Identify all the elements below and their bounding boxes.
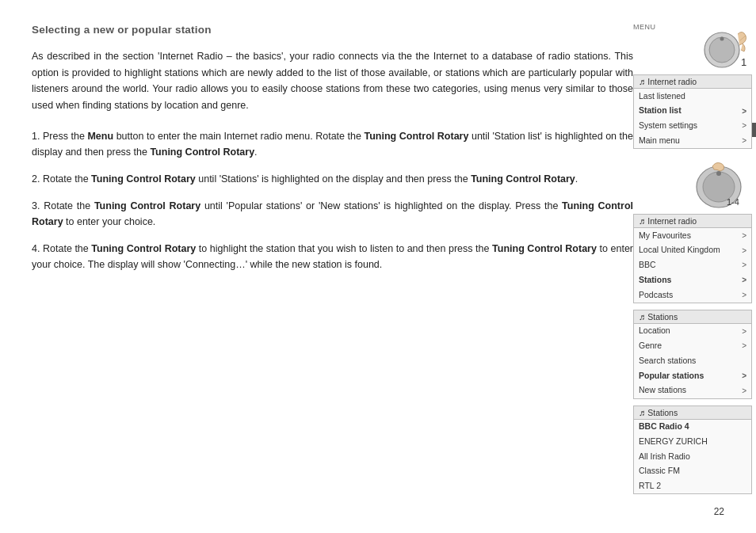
step-4: 4. Rotate the Tuning Control Rotary to h… xyxy=(32,241,633,272)
page-number: 22 xyxy=(714,506,724,517)
menu-box-2-item-3: Stations > xyxy=(634,272,751,287)
menu-box-1: ♬ Internet radio Last listened Station l… xyxy=(633,74,752,149)
menu-label-text: MENU xyxy=(633,20,656,32)
menu-box-2-header-text: Internet radio xyxy=(647,216,697,226)
menu-box-3-item-1: Genre > xyxy=(634,339,751,354)
step-3-bold1: Tuning Control Rotary xyxy=(94,200,200,211)
menu-box-3-item-4: New stations > xyxy=(634,383,751,398)
intro-text: As described in the section 'Internet Ra… xyxy=(32,48,633,114)
step-4-bold1: Tuning Control Rotary xyxy=(91,243,196,254)
step-4-number: 4. xyxy=(32,243,43,254)
menu-box-4-header: ♬ Stations xyxy=(634,406,751,420)
diagram1-container: 1 xyxy=(697,20,752,71)
step-1-bold2: Tuning Control Rotary xyxy=(365,131,469,142)
step-2-bold1: Tuning Control Rotary xyxy=(91,173,196,185)
content-area: Selecting a new or popular station As de… xyxy=(32,24,633,509)
menu-box-1-item-2: System settings > xyxy=(634,119,751,134)
svg-point-7 xyxy=(716,171,721,176)
step-1-bold1: Menu xyxy=(87,131,113,142)
step-3: 3. Rotate the Tuning Control Rotary unti… xyxy=(32,198,633,230)
step-1-bold3: Tuning Control Rotary xyxy=(150,147,254,158)
menu-box-1-icon: ♬ xyxy=(639,77,645,86)
menu-box-2-item-4: Podcasts > xyxy=(634,287,751,303)
menu-box-4-header-text: Stations xyxy=(647,408,678,417)
menu-box-4-item-3: Classic FM xyxy=(634,464,751,479)
step-1: 1. Press the Menu button to enter the ma… xyxy=(32,128,633,160)
right-column: MENU 1 xyxy=(633,20,752,501)
steps-list: 1. Press the Menu button to enter the ma… xyxy=(32,128,633,272)
step-2: 2. Rotate the Tuning Control Rotary unti… xyxy=(32,171,633,187)
menu-box-3-header-text: Stations xyxy=(647,312,678,322)
page-container: GB Selecting a new or popular station As… xyxy=(0,0,756,533)
menu-box-4-icon: ♬ xyxy=(639,408,645,417)
menu-box-3: ♬ Stations Location > Genre > Search sta… xyxy=(633,310,752,399)
diagram1-svg: 1 xyxy=(697,20,752,71)
menu-box-2: ♬ Internet radio My Favourites > Local U… xyxy=(633,214,752,303)
menu-box-2-item-1: Local United Kingdom > xyxy=(634,243,751,258)
menu-box-4-item-0: BBC Radio 4 xyxy=(634,420,751,435)
menu-box-3-icon: ♬ xyxy=(639,312,645,322)
menu-box-3-item-2: Search stations xyxy=(634,353,751,368)
menu-box-1-item-3: Main menu > xyxy=(634,133,751,148)
menu-box-1-header: ♬ Internet radio xyxy=(634,75,751,89)
section-title: Selecting a new or popular station xyxy=(32,24,633,36)
menu-box-4-item-2: All Irish Radio xyxy=(634,449,751,464)
menu-box-4-item-1: ENERGY ZURICH xyxy=(634,434,751,449)
svg-point-1 xyxy=(709,37,735,63)
menu-box-3-item-3: Popular stations > xyxy=(634,368,751,383)
step-1-number: 1. xyxy=(32,131,43,142)
diagram2-svg: 1-4 xyxy=(690,155,752,211)
step-4-bold2: Tuning Control Rotary xyxy=(492,243,597,254)
menu-box-4: ♬ Stations BBC Radio 4 ENERGY ZURICH All… xyxy=(633,405,752,495)
diagram2-container: 1-4 xyxy=(690,155,752,211)
step-3-number: 3. xyxy=(32,200,44,211)
menu-box-1-header-text: Internet radio xyxy=(647,77,697,86)
menu-box-3-header: ♬ Stations xyxy=(634,310,751,324)
svg-text:1: 1 xyxy=(741,56,746,68)
svg-point-2 xyxy=(720,37,724,41)
svg-text:1-4: 1-4 xyxy=(727,197,739,207)
step-2-number: 2. xyxy=(32,173,43,185)
diagram-upper-row: MENU 1 xyxy=(633,20,752,71)
menu-box-2-item-0: My Favourites > xyxy=(634,228,751,243)
menu-box-2-item-2: BBC > xyxy=(634,258,751,273)
diagram-lower-content: 1-4 xyxy=(633,155,752,211)
diagram-lower-row: 1-4 xyxy=(633,155,752,211)
diagram-upper-content: 1 xyxy=(659,20,753,71)
menu-box-3-item-0: Location > xyxy=(634,324,751,339)
menu-box-2-icon: ♬ xyxy=(639,216,645,226)
step-2-bold2: Tuning Control Rotary xyxy=(471,173,575,185)
menu-box-4-item-4: RTL 2 xyxy=(634,479,751,494)
menu-box-1-item-1: Station list > xyxy=(634,104,751,119)
menu-box-2-header: ♬ Internet radio xyxy=(634,215,751,228)
menu-box-1-item-0: Last listened xyxy=(634,89,751,104)
